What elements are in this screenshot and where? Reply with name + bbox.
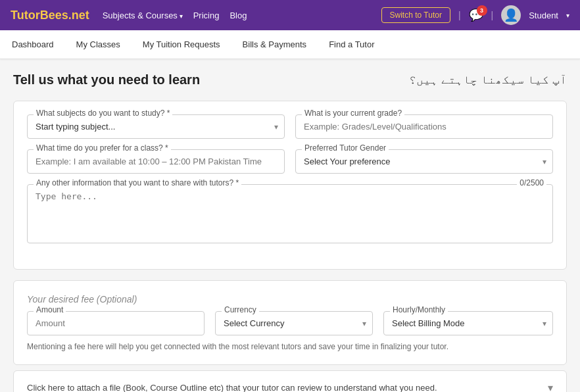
nav-find-tutor[interactable]: Find a Tutor <box>327 39 375 49</box>
logo-highlight: Bees <box>40 9 68 22</box>
time-label: What time do you prefer for a class? * <box>34 143 171 153</box>
nav-bills-payments[interactable]: Bills & Payments <box>241 39 308 49</box>
file-attach-label: Click here to attach a file (Book, Cours… <box>27 383 437 392</box>
subjects-group: What subjects do you want to study? * St… <box>27 114 285 139</box>
fee-hint: Mentioning a fee here will help you get … <box>27 342 553 351</box>
billing-select[interactable]: Select Billing Mode Hourly Monthly <box>383 311 553 335</box>
nav-my-classes[interactable]: My Classes <box>75 39 122 49</box>
grade-input[interactable] <box>295 114 553 139</box>
other-info-group: Any other information that you want to s… <box>27 184 553 245</box>
other-info-textarea[interactable] <box>27 184 553 243</box>
main-content: Tell us what you need to learn آپ کیا سی… <box>0 59 580 392</box>
time-input[interactable] <box>27 149 285 174</box>
page-title: Tell us what you need to learn <box>13 72 200 87</box>
currency-group: Currency Select Currency PKR USD GBP EUR <box>215 311 373 335</box>
currency-select[interactable]: Select Currency PKR USD GBP EUR <box>215 311 373 335</box>
navbar-links: Subjects & Courses Pricing Blog <box>103 11 247 20</box>
billing-label: Hourly/Monthly <box>390 305 448 314</box>
switch-tutor-button[interactable]: Switch to Tutor <box>381 7 450 23</box>
navbar-logo: TutorBees.net <box>11 9 89 22</box>
form-row-2: What time do you prefer for a class? * P… <box>27 149 553 174</box>
fee-label-text: Your desired fee <box>27 294 94 305</box>
navbar-left: TutorBees.net Subjects & Courses Pricing… <box>11 9 247 22</box>
amount-label: Amount <box>34 305 66 314</box>
fee-optional-text: (Optional) <box>97 294 137 305</box>
fee-row: Amount Currency Select Currency PKR USD … <box>27 311 553 335</box>
nav-blog[interactable]: Blog <box>230 11 247 20</box>
billing-select-wrapper: Select Billing Mode Hourly Monthly <box>383 311 553 335</box>
navbar: TutorBees.net Subjects & Courses Pricing… <box>0 0 580 30</box>
gender-label: Preferred Tutor Gender <box>302 143 389 153</box>
gender-group: Preferred Tutor Gender Select Your prefe… <box>295 149 553 174</box>
nav-pricing[interactable]: Pricing <box>193 11 220 20</box>
user-name: Student <box>529 11 558 20</box>
nav-dashboard[interactable]: Dashboard <box>11 39 55 49</box>
form-card: What subjects do you want to study? * St… <box>13 101 567 270</box>
form-row-3: Any other information that you want to s… <box>27 184 553 245</box>
gender-select-wrapper: Select Your preference Male Female No Pr… <box>295 149 553 174</box>
user-menu-arrow[interactable]: ▾ <box>566 12 569 19</box>
fee-section: Your desired fee (Optional) Amount Curre… <box>13 280 567 365</box>
grade-label: What is your current grade? <box>302 109 404 118</box>
currency-label: Currency <box>222 305 259 314</box>
page-header: Tell us what you need to learn آپ کیا سی… <box>13 72 567 87</box>
billing-group: Hourly/Monthly Select Billing Mode Hourl… <box>383 311 553 335</box>
nav-tuition-requests[interactable]: My Tuition Requests <box>141 39 222 49</box>
urdu-heading: آپ کیا سیکھنا چاہتے ہیں؟ <box>409 73 567 87</box>
fee-label: Your desired fee (Optional) <box>27 294 553 305</box>
char-count: 0/2500 <box>517 178 546 187</box>
logo-suffix: .net <box>68 9 89 22</box>
notification-button[interactable]: 💬 3 <box>469 8 483 22</box>
gender-select[interactable]: Select Your preference Male Female No Pr… <box>295 149 553 174</box>
currency-select-wrapper: Select Currency PKR USD GBP EUR <box>215 311 373 335</box>
file-attach-chevron-icon: ▾ <box>548 381 553 392</box>
form-row-1: What subjects do you want to study? * St… <box>27 114 553 139</box>
amount-input[interactable] <box>27 311 205 335</box>
notification-badge: 3 <box>477 5 487 16</box>
navbar-divider-2: | <box>491 10 494 20</box>
user-avatar: 👤 <box>501 5 521 25</box>
logo-prefix: Tutor <box>11 9 40 22</box>
navbar-divider: | <box>458 10 461 20</box>
subjects-label: What subjects do you want to study? * <box>34 109 172 118</box>
time-group: What time do you prefer for a class? * <box>27 149 285 174</box>
nav-subjects-courses[interactable]: Subjects & Courses <box>103 11 183 20</box>
navbar-right: Switch to Tutor | 💬 3 | 👤 Student ▾ <box>381 5 569 25</box>
other-info-label: Any other information that you want to s… <box>34 178 241 187</box>
subjects-select[interactable]: Start typing subject... <box>27 114 285 139</box>
file-attach-section[interactable]: Click here to attach a file (Book, Cours… <box>13 370 567 392</box>
amount-group: Amount <box>27 311 205 335</box>
subjects-select-wrapper: Start typing subject... <box>27 114 285 139</box>
grade-group: What is your current grade? <box>295 114 553 139</box>
secondary-nav: Dashboard My Classes My Tuition Requests… <box>0 30 580 59</box>
